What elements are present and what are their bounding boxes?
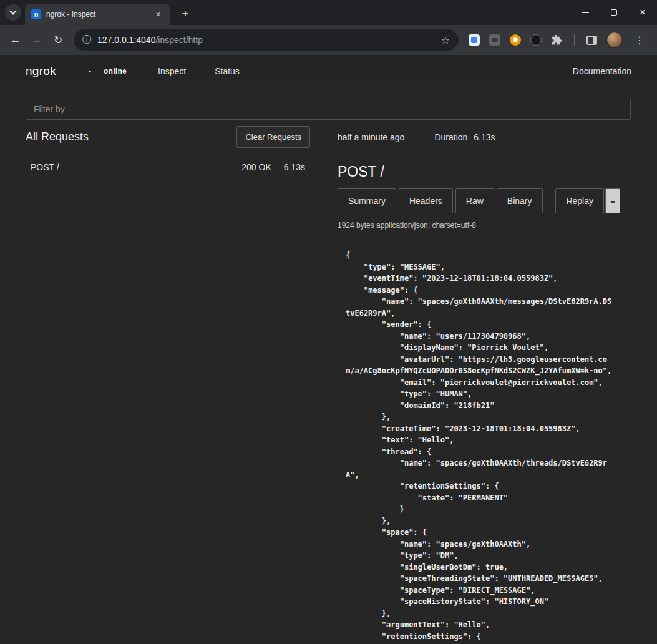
request-title: POST / bbox=[338, 163, 620, 180]
ngrok-logo[interactable]: ngrok bbox=[26, 64, 56, 78]
url-path: /inspect/http bbox=[155, 35, 203, 45]
window-controls: × bbox=[571, 0, 657, 25]
replay-button[interactable]: Replay bbox=[555, 188, 604, 213]
duration-value: 6.13s bbox=[474, 132, 495, 142]
maximize-icon bbox=[611, 9, 617, 16]
tab-close-icon[interactable]: × bbox=[153, 9, 163, 20]
url-host: 127.0.0.1:4040 bbox=[97, 35, 155, 45]
all-requests-title: All Requests bbox=[26, 130, 89, 144]
ngrok-inspect-page: ngrok • online Inspect Status Documentat… bbox=[0, 55, 657, 644]
request-time-ago: half a minute ago bbox=[338, 132, 404, 142]
detail-tabs: Summary Headers Raw Binary Replay ≡ bbox=[338, 188, 620, 213]
replay-group: Replay ≡ bbox=[555, 188, 620, 213]
toolbar-divider bbox=[574, 34, 575, 46]
nav-inspect[interactable]: Inspect bbox=[158, 66, 186, 76]
maximize-button[interactable] bbox=[600, 0, 628, 25]
duration-label: Duration bbox=[434, 132, 467, 142]
side-panel-icon[interactable] bbox=[586, 36, 597, 45]
chevron-down-icon bbox=[9, 7, 16, 14]
inspect-content: All Requests Clear Requests POST / 200 O… bbox=[0, 87, 657, 644]
browser-frame: n ngrok - Inspect × + × ← → ↻ ⓘ 127.0.0.… bbox=[0, 0, 657, 55]
response-body-box: { "type": "MESSAGE", "eventTime": "2023-… bbox=[338, 243, 620, 644]
extension-icon-2[interactable] bbox=[489, 34, 500, 46]
request-info-row: half a minute ago Duration 6.13s bbox=[338, 122, 620, 152]
extensions-area: ⋮ bbox=[464, 32, 652, 48]
replay-menu-icon: ≡ bbox=[610, 197, 615, 206]
url-bar[interactable]: ⓘ 127.0.0.1:4040/inspect/http ☆ bbox=[74, 29, 459, 51]
status-dot-icon: • bbox=[89, 67, 91, 75]
documentation-link[interactable]: Documentation bbox=[573, 66, 631, 76]
content-meta: 1924 bytes application/json; charset=utf… bbox=[338, 221, 620, 230]
profile-avatar[interactable] bbox=[606, 32, 623, 48]
browser-toolbar: ← → ↻ ⓘ 127.0.0.1:4040/inspect/http ☆ ⋮ bbox=[0, 25, 657, 55]
request-duration: 6.13s bbox=[284, 162, 305, 172]
tab-strip: n ngrok - Inspect × + × bbox=[0, 0, 657, 25]
request-row[interactable]: POST / 200 OK 6.13s bbox=[26, 152, 310, 182]
minimize-button[interactable] bbox=[571, 0, 600, 25]
forward-button[interactable]: → bbox=[26, 29, 47, 51]
reload-button[interactable]: ↻ bbox=[47, 29, 69, 51]
filter-input[interactable] bbox=[26, 99, 631, 120]
browser-menu-icon[interactable]: ⋮ bbox=[632, 34, 647, 46]
ngrok-favicon: n bbox=[31, 9, 41, 19]
request-detail-panel: half a minute ago Duration 6.13s POST / … bbox=[338, 122, 620, 644]
clear-requests-button[interactable]: Clear Requests bbox=[236, 126, 310, 148]
site-info-icon[interactable]: ⓘ bbox=[82, 34, 91, 46]
requests-panel: All Requests Clear Requests POST / 200 O… bbox=[26, 122, 310, 644]
request-status: 200 OK bbox=[241, 162, 271, 172]
nav-status[interactable]: Status bbox=[215, 66, 240, 76]
url-text: 127.0.0.1:4040/inspect/http bbox=[97, 35, 435, 45]
tab-headers[interactable]: Headers bbox=[399, 188, 453, 213]
extension-icon-1[interactable] bbox=[469, 34, 480, 46]
close-icon: × bbox=[640, 7, 645, 17]
request-method-path: POST / bbox=[31, 162, 59, 172]
tab-summary[interactable]: Summary bbox=[338, 188, 396, 213]
close-button[interactable]: × bbox=[628, 0, 657, 25]
browser-tab[interactable]: n ngrok - Inspect × bbox=[25, 4, 170, 25]
replay-dropdown-button[interactable]: ≡ bbox=[605, 188, 620, 213]
requests-panel-header: All Requests Clear Requests bbox=[26, 122, 310, 152]
tab-search-button[interactable] bbox=[5, 4, 21, 21]
status-online: online bbox=[104, 67, 127, 76]
tab-binary[interactable]: Binary bbox=[497, 188, 543, 213]
ngrok-header: ngrok • online Inspect Status Documentat… bbox=[0, 55, 657, 87]
json-body: { "type": "MESSAGE", "eventTime": "2023-… bbox=[346, 250, 612, 642]
tab-title: ngrok - Inspect bbox=[46, 10, 148, 19]
back-button[interactable]: ← bbox=[5, 29, 26, 51]
new-tab-button[interactable]: + bbox=[177, 6, 193, 22]
tab-raw[interactable]: Raw bbox=[455, 188, 494, 213]
extension-icon-4[interactable] bbox=[530, 34, 542, 46]
bookmark-star-icon[interactable]: ☆ bbox=[441, 34, 450, 46]
minimize-icon bbox=[582, 12, 589, 13]
extension-icon-3[interactable] bbox=[510, 34, 521, 46]
extensions-puzzle-icon[interactable] bbox=[551, 34, 562, 46]
